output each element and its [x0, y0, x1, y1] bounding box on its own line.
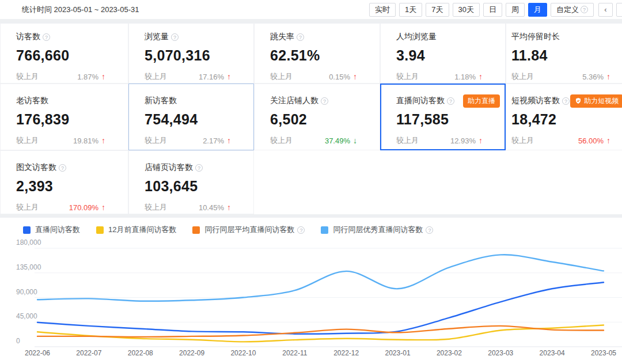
compare-percent: 2.17% — [203, 136, 224, 145]
compare-percent: 170.09% — [69, 203, 98, 212]
range-button-custom[interactable]: 自定义? — [551, 3, 594, 17]
compare-percent: 37.49% — [325, 136, 350, 145]
metric-cards-panel: 访客数?766,660较上月1.87%↑浏览量?5,070,316较上月17.1… — [0, 23, 622, 214]
metric-card-title: 老访客数 — [16, 94, 128, 107]
metric-title-text: 跳失率 — [270, 32, 294, 42]
legend-item-2[interactable]: 同行同层平均直播间访客数? — [192, 225, 305, 235]
metric-title-text: 访客数 — [16, 32, 40, 42]
boost-badge-label: 助力直播 — [468, 96, 495, 106]
metric-footer: 较上月19.81%↑ — [16, 135, 128, 146]
compare-percent: 1.18% — [454, 73, 476, 81]
range-button-30d[interactable]: 30天 — [453, 3, 480, 17]
metric-title-text: 老访客数 — [16, 96, 48, 106]
metric-card-shop-followers[interactable]: 关注店铺人数?6,502较上月37.49%↓ — [254, 84, 380, 150]
metric-card-avg-pageviews[interactable]: 人均浏览量3.94较上月1.18%↑ — [380, 23, 506, 84]
metric-card-short-video-visitors[interactable]: 短视频访客数?助力短视频›18,472较上月56.00%↑ — [506, 84, 622, 150]
metric-title-text: 浏览量 — [145, 32, 169, 42]
metric-value: 2,393 — [16, 178, 128, 195]
next-range-button[interactable]: › — [616, 3, 622, 17]
metric-card-pageviews[interactable]: 浏览量?5,070,316较上月17.16%↑ — [128, 23, 254, 84]
legend-help-icon[interactable]: ? — [426, 226, 433, 234]
metric-card-shop-page-visitors[interactable]: 店铺页访客数?103,645较上月10.45%↑ — [128, 150, 254, 214]
metric-footer: 较上月2.17%↑ — [145, 135, 254, 146]
legend-color-swatch — [321, 226, 328, 234]
boost-badge-label: 助力短视频 — [584, 96, 619, 106]
range-button-1d[interactable]: 1天 — [399, 3, 422, 17]
chart-legend: 直播间访客数12月前直播间访客数同行同层平均直播间访客数?同行同层优秀直播间访客… — [23, 225, 433, 235]
metric-title-text: 直播间访客数 — [396, 96, 445, 106]
metric-title-text: 新访客数 — [145, 96, 177, 106]
x-tick-label: 2022-10 — [230, 349, 256, 357]
metric-footer: 较上月17.16%↑ — [145, 71, 254, 82]
range-button-day[interactable]: 日 — [483, 3, 502, 17]
legend-item-0[interactable]: 直播间访客数 — [23, 225, 80, 235]
legend-item-1[interactable]: 12月前直播间访客数 — [96, 225, 176, 235]
legend-label: 同行同层优秀直播间访客数 — [333, 225, 423, 235]
help-icon[interactable]: ? — [562, 97, 570, 105]
x-tick-label: 2023-02 — [437, 349, 462, 357]
metric-card-avg-stay-duration[interactable]: 平均停留时长11.84较上月5.36%↑ — [506, 23, 622, 84]
help-icon[interactable]: ? — [171, 33, 179, 41]
x-tick-label: 2022-11 — [282, 349, 307, 357]
up-arrow-icon: ↑ — [101, 203, 105, 211]
legend-label: 直播间访客数 — [35, 225, 80, 235]
legend-help-icon[interactable]: ? — [297, 226, 305, 234]
metric-card-title: 浏览量? — [145, 31, 254, 43]
range-button-realtime[interactable]: 实时 — [369, 3, 396, 17]
metric-footer: 较上月170.09%↑ — [16, 202, 128, 213]
help-icon[interactable]: ? — [195, 164, 203, 172]
up-arrow-icon: ↑ — [227, 73, 231, 81]
up-arrow-icon: ↑ — [227, 203, 231, 211]
compare-percent: 56.00% — [578, 136, 604, 145]
metric-card-row-3: 图文访客数?2,393较上月170.09%↑店铺页访客数?103,645较上月1… — [0, 150, 622, 214]
metric-card-visitors[interactable]: 访客数?766,660较上月1.87%↑ — [0, 23, 128, 84]
help-icon[interactable]: ? — [43, 33, 50, 41]
metric-card-new-visitors[interactable]: 新访客数754,494较上月2.17%↑ — [128, 84, 254, 150]
metric-card-title: 新访客数 — [145, 94, 254, 107]
help-icon[interactable]: ? — [59, 164, 66, 172]
metric-card-title: 跳失率? — [270, 31, 380, 43]
boost-badge-live-room-visitors[interactable]: 助力直播 — [463, 94, 500, 108]
metric-card-live-room-visitors[interactable]: 直播间访客数?助力直播117,585较上月12.93%↑ — [380, 84, 506, 150]
metric-card-title: 关注店铺人数? — [270, 94, 380, 107]
legend-label: 同行同层平均直播间访客数 — [204, 225, 294, 235]
metric-value: 3.94 — [396, 47, 506, 64]
metric-card-image-text-visitors[interactable]: 图文访客数?2,393较上月170.09%↑ — [0, 150, 128, 214]
metric-card-title: 访客数? — [16, 31, 128, 43]
compare-label: 较上月 — [511, 135, 534, 146]
metric-footer: 较上月1.87%↑ — [16, 71, 128, 82]
prev-range-button[interactable]: ‹ — [598, 3, 613, 17]
help-icon[interactable]: ? — [321, 97, 328, 105]
range-button-month[interactable]: 月 — [528, 3, 547, 17]
metric-value: 62.51% — [270, 47, 380, 64]
legend-color-swatch — [23, 226, 31, 234]
metric-title-text: 店铺页访客数 — [145, 162, 193, 173]
metric-title-text: 平均停留时长 — [511, 32, 560, 42]
range-button-week[interactable]: 周 — [506, 3, 525, 17]
date-range-button-group: 实时1天7天30天日周月自定义? — [369, 3, 594, 17]
metric-footer: 较上月1.18%↑ — [396, 71, 506, 82]
x-tick-label: 2022-06 — [25, 349, 50, 357]
metric-card-bounce-rate[interactable]: 跳失率?62.51%较上月0.15%↑ — [254, 23, 380, 84]
metric-footer: 较上月37.49%↓ — [270, 135, 380, 146]
compare-percent: 1.87% — [77, 73, 98, 81]
metric-card-old-visitors[interactable]: 老访客数176,839较上月19.81%↑ — [0, 84, 128, 150]
metric-value: 176,839 — [16, 111, 128, 128]
metric-footer: 较上月0.15%↑ — [270, 71, 380, 82]
metric-title-text: 人均浏览量 — [396, 32, 437, 42]
help-icon[interactable]: ? — [297, 33, 304, 41]
legend-item-3[interactable]: 同行同层优秀直播间访客数? — [321, 225, 433, 235]
metric-footer: 较上月12.93%↑ — [396, 135, 506, 146]
help-icon[interactable]: ? — [447, 97, 454, 105]
compare-label: 较上月 — [16, 135, 39, 146]
boost-badge-short-video-visitors[interactable]: 助力短视频 — [570, 94, 622, 108]
up-arrow-icon: ↑ — [479, 73, 483, 81]
up-arrow-icon: ↑ — [101, 136, 105, 145]
compare-percent: 12.93% — [450, 136, 476, 145]
range-button-7d[interactable]: 7天 — [426, 3, 449, 17]
custom-range-help-icon[interactable]: ? — [581, 6, 588, 13]
compare-label: 较上月 — [270, 135, 293, 146]
shield-check-icon — [575, 97, 582, 104]
live-room-visitors-line-chart[interactable]: 045,00090,000135,000180,0002022-062022-0… — [0, 218, 622, 364]
metric-value: 766,660 — [16, 47, 128, 64]
